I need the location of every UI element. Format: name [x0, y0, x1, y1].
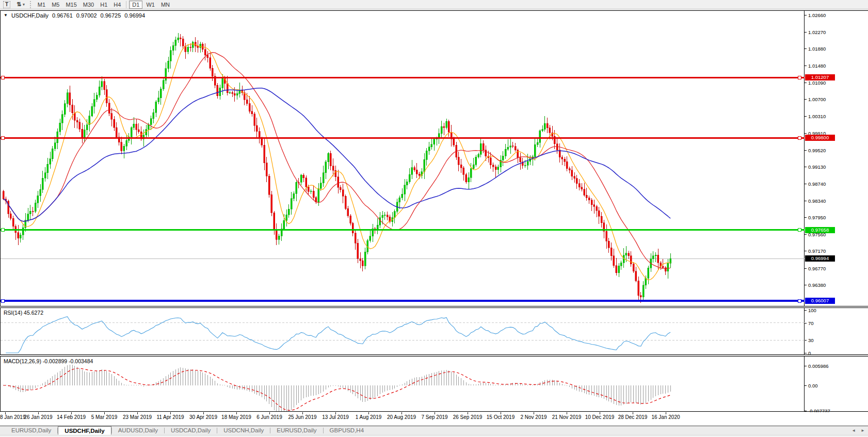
rsi-title: RSI(14) 45.6272 [4, 310, 43, 316]
ohlc-close: 0.96994 [124, 12, 145, 19]
candles-layer [3, 33, 671, 302]
hline-price-tag: 0.96007 [805, 298, 835, 304]
price-axis-label: 1.02660 [808, 12, 826, 18]
price-axis-label: 1.01480 [808, 63, 826, 69]
axis-tick [805, 150, 807, 151]
axis-tick [805, 251, 807, 251]
date-label: 8 Jan 2019 [0, 414, 26, 420]
chart-tab-usdchf-daily[interactable]: USDCHF,Daily [58, 426, 111, 435]
timeframe-button-w1[interactable]: W1 [143, 1, 157, 9]
status-strip [0, 435, 868, 437]
main-chart-pane: ▼ USDCHF,Daily 0.96761 0.97002 0.96725 0… [0, 10, 868, 306]
date-label: 11 Apr 2019 [156, 414, 184, 420]
rsi-svg [1, 308, 805, 355]
axis-tick [805, 83, 807, 83]
rsi-plot[interactable]: RSI(14) 45.6272 [0, 308, 805, 354]
hline-1.01207 [1, 77, 805, 78]
axis-tick [805, 15, 807, 15]
rsi-axis[interactable]: 10070300 [805, 308, 868, 354]
hline-0.99800 [1, 137, 805, 139]
text-tool-icon: T [3, 1, 10, 8]
macd-signal-line [4, 368, 671, 410]
tab-scroll-left-icon[interactable]: ◄ [851, 428, 856, 433]
axis-tick [805, 385, 807, 386]
ma-slow-line [4, 88, 671, 221]
tabs-container: EURUSD,DailyUSDCHF,DailyAUDUSD,DailyUSDC… [5, 426, 370, 435]
date-label: 26 Jan 2019 [24, 414, 52, 420]
price-axis-label: 0.97170 [808, 248, 826, 254]
date-label: 15 Oct 2019 [487, 414, 515, 420]
toolbar: T ⇅ ▾ M1M5M15M30H1H4D1W1MN [0, 0, 868, 9]
text-tool-button[interactable]: T [1, 1, 13, 9]
date-label: 14 Feb 2019 [57, 414, 86, 420]
chart-symbol-label: USDCHF,Daily [11, 12, 49, 19]
current-price-tag: 0.96994 [805, 255, 835, 262]
chart-tab-audusd-daily[interactable]: AUDUSD,Daily [112, 426, 164, 435]
macd-axis[interactable]: 0.0059860.00-0.007737 [805, 357, 868, 411]
chart-tab-eurusd-daily[interactable]: EURUSD,Daily [5, 426, 57, 435]
date-label: 10 Dec 2019 [585, 414, 615, 420]
chart-tab-usdcnh-daily[interactable]: USDCNH,Daily [217, 426, 270, 435]
collapse-triangle-icon[interactable]: ▼ [4, 12, 8, 19]
chart-tab-eurusd-daily[interactable]: EURUSD,Daily [270, 426, 323, 435]
price-axis[interactable]: 1.026601.022701.018801.014801.010901.007… [805, 11, 868, 306]
axis-tick [805, 340, 807, 341]
rsi-pane: RSI(14) 45.6272 10070300 [0, 307, 868, 355]
tab-scroll-right-icon[interactable]: ► [861, 428, 865, 433]
hline-0.97658 [1, 229, 805, 231]
axis-tick [805, 285, 807, 285]
axis-tick [805, 32, 807, 33]
rsi-axis-label: 100 [808, 307, 816, 313]
price-axis-label: 0.98740 [808, 181, 826, 187]
axis-tick [805, 411, 807, 411]
axis-tick [805, 66, 807, 66]
timeframe-button-h4[interactable]: H4 [111, 1, 123, 9]
timeframe-button-mn[interactable]: MN [158, 1, 172, 9]
macd-axis-label: 0.00 [808, 383, 818, 389]
tab-scroll-buttons: ◄ ► [851, 426, 865, 435]
chart-tab-gbpusd-h4[interactable]: GBPUSD,H4 [324, 426, 370, 435]
rsi-axis-label: 30 [808, 337, 814, 343]
price-axis-label: 0.96380 [808, 282, 826, 288]
price-axis-label: 0.99520 [808, 148, 826, 153]
date-label: 23 Mar 2019 [123, 414, 152, 420]
timeframe-button-m1[interactable]: M1 [35, 1, 48, 9]
price-axis-label: 1.01090 [808, 80, 826, 86]
date-label: 16 Jan 2020 [651, 414, 680, 420]
macd-histogram [4, 365, 671, 411]
main-chart-svg [1, 11, 805, 307]
hline-handle [798, 136, 801, 139]
macd-pane: MACD(12,26,9) -0.002899 -0.003484 0.0059… [0, 356, 868, 412]
axis-tick [805, 167, 807, 167]
price-axis-label: 1.01880 [808, 46, 826, 52]
chart-ohlc-header: ▼ USDCHF,Daily 0.96761 0.97002 0.96725 0… [4, 12, 145, 19]
timeframe-button-d1[interactable]: D1 [129, 1, 142, 9]
rsi-axis-label: 70 [808, 320, 814, 326]
price-axis-label: 0.98340 [808, 198, 826, 204]
arrows-tool-button[interactable]: ⇅ ▾ [14, 1, 27, 9]
date-axis[interactable]: 8 Jan 201926 Jan 201914 Feb 20195 Mar 20… [0, 412, 868, 426]
axis-tick [805, 184, 807, 184]
date-label: 25 Jun 2019 [288, 414, 316, 420]
axis-tick [805, 99, 807, 100]
candlestick-plot[interactable]: ▼ USDCHF,Daily 0.96761 0.97002 0.96725 0… [0, 11, 805, 306]
axis-tick [805, 234, 807, 235]
macd-title: MACD(12,26,9) -0.002899 -0.003484 [4, 358, 93, 364]
toolbar-separator [126, 1, 126, 8]
timeframe-button-m30[interactable]: M30 [81, 1, 97, 9]
chart-tab-usdcad-daily[interactable]: USDCAD,Daily [165, 426, 217, 435]
price-axis-label: 1.02270 [808, 29, 826, 35]
hline-handle [798, 76, 801, 79]
toolbar-grip [30, 1, 33, 8]
timeframe-button-m15[interactable]: M15 [63, 1, 79, 9]
rsi-axis-label: 0 [808, 350, 811, 356]
axis-tick [805, 353, 807, 353]
timeframe-button-h1[interactable]: H1 [98, 1, 110, 9]
macd-plot[interactable]: MACD(12,26,9) -0.002899 -0.003484 [0, 357, 805, 411]
date-label: 7 Sep 2019 [421, 414, 447, 420]
axis-tick [805, 201, 807, 201]
axis-tick [805, 133, 807, 134]
date-label: 21 Nov 2019 [552, 414, 582, 420]
timeframe-button-m5[interactable]: M5 [49, 1, 62, 9]
axis-tick [805, 268, 807, 269]
